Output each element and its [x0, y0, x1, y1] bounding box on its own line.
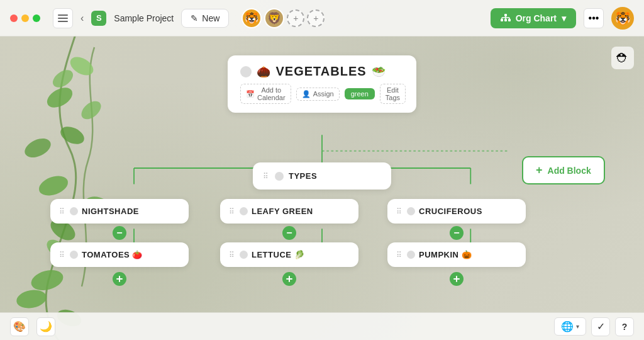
- bottombar-right: 🌐 ▾ ✓ ?: [554, 317, 634, 336]
- nightshade-collapse-button[interactable]: −: [113, 226, 126, 240]
- pumpkin-dot: [407, 251, 415, 259]
- ellipsis-icon: •••: [589, 13, 599, 24]
- project-badge: S: [91, 11, 106, 26]
- cruciferous-title: CRUCIFEROUS: [419, 207, 482, 216]
- types-title: TYPES: [289, 171, 317, 181]
- svg-rect-17: [501, 19, 503, 21]
- cruciferous-column: ⠿ CRUCIFEROUS − ⠿ PUMPKIN 🎃: [387, 199, 526, 291]
- minimize-button[interactable]: [21, 14, 29, 22]
- types-node-wrapper: ⠿ TYPES: [253, 162, 391, 190]
- white-dot: [240, 66, 252, 77]
- cruciferous-dot: [407, 207, 415, 215]
- root-node: 🌰 VEGETABLES 🥗 📅 Add to Calendar 👤 Assig…: [228, 55, 416, 113]
- cruciferous-drag-handle[interactable]: ⠿: [396, 207, 402, 216]
- add-block-label: Add Block: [548, 166, 591, 176]
- avatar-group: 🐯 🦁 + +: [242, 8, 325, 28]
- bottombar-left: 🎨 🌙: [10, 317, 55, 336]
- add-to-calendar-button[interactable]: 📅 Add to Calendar: [240, 84, 291, 104]
- nightshade-drag-handle[interactable]: ⠿: [59, 207, 65, 216]
- cruciferous-card: ⠿ CRUCIFEROUS: [387, 199, 526, 224]
- svg-rect-15: [58, 21, 68, 22]
- pumpkin-drag-handle[interactable]: ⠿: [396, 251, 402, 259]
- org-chart-chevron: ▾: [562, 13, 566, 23]
- question-icon: ?: [622, 322, 628, 332]
- green-tag[interactable]: green: [345, 88, 375, 99]
- pumpkin-expand-button[interactable]: [450, 272, 464, 286]
- add-member-button-1[interactable]: +: [287, 9, 304, 27]
- globe-icon: 🌐: [561, 320, 574, 332]
- help-button[interactable]: ?: [615, 317, 634, 336]
- tomatoes-expand-button[interactable]: [113, 272, 126, 286]
- lettuce-card: ⠿ LETTUCE 🥬: [220, 242, 358, 267]
- calendar-icon: 📅: [246, 90, 255, 98]
- nightshade-card: ⠿ NIGHTSHADE: [50, 199, 189, 224]
- check-icon: ✓: [597, 320, 605, 332]
- vegetable-icon1: 🌰: [257, 65, 271, 79]
- avatar-1[interactable]: 🐯: [242, 8, 262, 28]
- svg-rect-14: [58, 18, 68, 19]
- assign-icon: 👤: [302, 90, 311, 98]
- vegetable-icon2: 🥗: [372, 65, 386, 79]
- vegetables-card: 🌰 VEGETABLES 🥗 📅 Add to Calendar 👤 Assig…: [228, 55, 416, 113]
- new-label: New: [202, 13, 219, 23]
- nightshade-title: NIGHTSHADE: [82, 207, 139, 216]
- pumpkin-title: PUMPKIN 🎃: [419, 250, 472, 259]
- bottombar: 🎨 🌙 🌐 ▾ ✓ ?: [0, 312, 644, 340]
- globe-chevron: ▾: [576, 323, 579, 330]
- titlebar: ‹ S Sample Project ✎ New 🐯 🦁 + + Org Cha…: [0, 0, 644, 37]
- chevron-left-icon: ‹: [80, 13, 84, 24]
- assign-label: Assign: [313, 90, 334, 98]
- ghost-icon: ⛑: [611, 47, 634, 69]
- vegetables-title: 🌰 VEGETABLES 🥗: [240, 64, 404, 79]
- maximize-button[interactable]: [33, 14, 40, 22]
- lettuce-drag-handle[interactable]: ⠿: [229, 251, 235, 259]
- leafy-column: ⠿ LEAFY GREEN − ⠿ LETTUCE 🥬: [220, 199, 358, 291]
- add-member-button-2[interactable]: +: [307, 9, 325, 27]
- types-drag-handle[interactable]: ⠿: [263, 172, 269, 181]
- org-chart-label: Org Chart: [516, 13, 557, 23]
- project-name: Sample Project: [114, 13, 174, 23]
- language-button[interactable]: 🌐 ▾: [554, 317, 586, 336]
- moon-icon: 🌙: [40, 320, 52, 332]
- root-node-actions: 📅 Add to Calendar 👤 Assign green Edit Ta…: [240, 84, 404, 104]
- lettuce-expand-button[interactable]: [282, 272, 296, 286]
- svg-rect-18: [504, 19, 507, 21]
- edit-tags-button[interactable]: Edit Tags: [380, 84, 406, 104]
- more-options-button[interactable]: •••: [584, 8, 604, 28]
- menu-button[interactable]: [53, 8, 73, 28]
- theme-button[interactable]: 🌙: [36, 317, 55, 336]
- lettuce-title: LETTUCE 🥬: [252, 250, 304, 259]
- add-block-button[interactable]: + Add Block: [522, 156, 605, 184]
- back-button[interactable]: ‹: [80, 13, 84, 24]
- check-button[interactable]: ✓: [591, 317, 610, 336]
- leafy-title: LEAFY GREEN: [252, 207, 313, 216]
- org-chart-button[interactable]: Org Chart ▾: [491, 8, 576, 28]
- calendar-label: Add to Calendar: [257, 86, 286, 101]
- edit-icon: ✎: [191, 13, 198, 23]
- avatar-2[interactable]: 🦁: [264, 8, 284, 28]
- nightshade-column: ⠿ NIGHTSHADE − ⠿ TOMATOES 🍅: [50, 199, 189, 291]
- tomatoes-dot: [70, 251, 78, 259]
- tomatoes-drag-handle[interactable]: ⠿: [59, 251, 65, 259]
- leafy-collapse-button[interactable]: −: [282, 226, 296, 240]
- svg-rect-19: [508, 19, 511, 21]
- leafy-dot: [240, 207, 248, 215]
- canvas-area: ⛑ 🌰 VEGETABLES 🥗 📅 Add to Calendar 👤 Ass…: [0, 37, 644, 312]
- pumpkin-card: ⠿ PUMPKIN 🎃: [387, 242, 526, 267]
- palette-icon: 🎨: [13, 320, 26, 332]
- traffic-lights: [10, 14, 40, 22]
- user-avatar[interactable]: 🐯: [611, 7, 634, 30]
- assign-button[interactable]: 👤 Assign: [296, 88, 340, 101]
- palette-button[interactable]: 🎨: [10, 317, 29, 336]
- vegetables-text: VEGETABLES: [276, 64, 367, 79]
- cruciferous-collapse-button[interactable]: −: [450, 226, 464, 240]
- new-button[interactable]: ✎ New: [181, 9, 229, 28]
- types-dot: [275, 172, 284, 181]
- close-button[interactable]: [10, 14, 18, 22]
- add-block-wrapper: + Add Block: [522, 156, 605, 184]
- types-card: ⠿ TYPES: [253, 162, 391, 190]
- nightshade-dot: [70, 207, 78, 215]
- leafy-drag-handle[interactable]: ⠿: [229, 207, 235, 216]
- add-block-plus-icon: +: [536, 164, 543, 177]
- svg-rect-16: [504, 14, 507, 16]
